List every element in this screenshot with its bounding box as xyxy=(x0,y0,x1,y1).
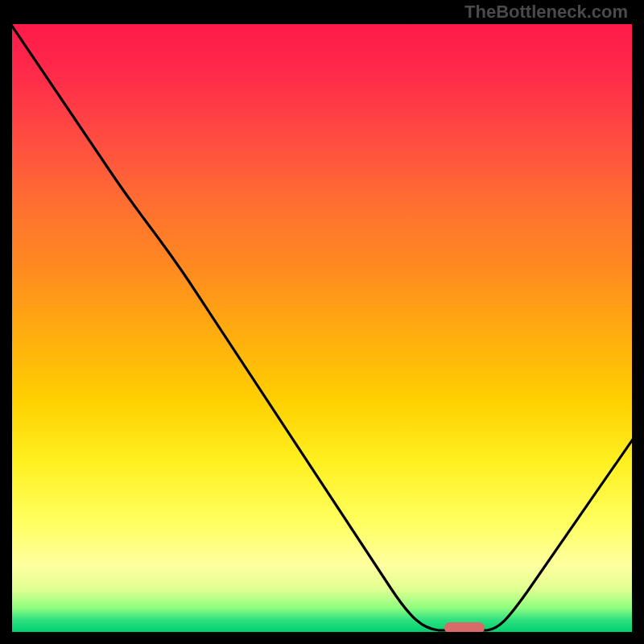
chart-plot-area xyxy=(12,24,632,632)
bottleneck-curve-path xyxy=(12,24,632,630)
optimal-marker xyxy=(444,622,485,632)
chart-curve xyxy=(12,24,632,632)
watermark-text: TheBottleneck.com xyxy=(464,2,628,23)
